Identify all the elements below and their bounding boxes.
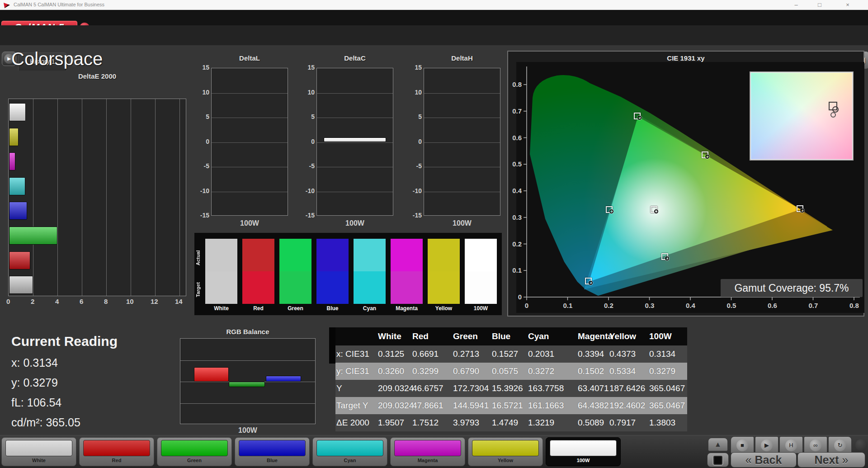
rgb-bar-blue: [266, 376, 301, 382]
slide-up-button[interactable]: ▲: [708, 438, 728, 451]
pattern-window-button[interactable]: [707, 453, 729, 467]
table-notch: [329, 327, 335, 364]
swatch-label: Magenta: [391, 305, 423, 312]
disabled-indicator: [855, 439, 867, 451]
play-icon: ▶: [761, 440, 773, 451]
swatch-label: Blue: [316, 305, 349, 312]
deltae2000-plot: [8, 99, 186, 296]
deltae-bar-100w: [9, 103, 26, 121]
table-row: y: CIE310.32600.32990.67900.05750.32720.…: [335, 363, 687, 380]
refresh-icon: ↻: [834, 440, 846, 451]
rgb-balance-plot: [180, 338, 316, 424]
window-title: CalMAN 5 CalMAN Ultimate for Business: [14, 2, 104, 7]
swatch-cyan: [354, 239, 386, 304]
deltaL-plot: [211, 68, 288, 216]
table-row: Target Y209.032447.8661144.594116.572116…: [335, 397, 687, 414]
rgb-balance-title: RGB Balance: [180, 328, 316, 336]
single-measure-icon: H: [785, 440, 797, 451]
swatch-white: [205, 239, 237, 304]
patch-button-red[interactable]: Red: [79, 437, 154, 466]
actual-row-label: Actual: [195, 240, 203, 275]
page-title: Colorspace: [11, 49, 103, 69]
deltae-bar-magenta: [9, 152, 15, 170]
close-icon[interactable]: ×: [840, 0, 855, 10]
deltaC-bar: [324, 137, 386, 142]
continuous-measure-button[interactable]: ∞: [804, 436, 827, 454]
next-button[interactable]: Next »: [797, 452, 865, 468]
cie-actual-blue: [589, 281, 593, 285]
patch-button-yellow[interactable]: Yellow: [468, 437, 543, 466]
stop-icon: ■: [736, 440, 748, 451]
cie-actual-magenta: [665, 256, 669, 260]
patch-button-100w[interactable]: 100W: [546, 437, 621, 466]
rgb-balance-chart: RGB Balance 420-2-4 100W: [165, 328, 319, 434]
rgb-bar-green: [229, 382, 265, 387]
deltae2000-title: DeltaE 2000: [8, 72, 186, 80]
logo-bar: CalMAN 5 ▼: [0, 10, 868, 25]
table-row: x: CIE310.31250.66910.27130.15270.20310.…: [335, 345, 687, 363]
back-button[interactable]: « Back: [731, 452, 797, 468]
cie-plot-area: 00.10.20.30.40.50.60.70.8 00.10.20.30.40…: [516, 62, 864, 313]
swatch-label: 100W: [465, 305, 497, 312]
swatch-label: Green: [279, 305, 311, 312]
cie-title: CIE 1931 xy: [508, 54, 863, 62]
deltae-bar-cyan: [9, 177, 25, 195]
target-row-label: Target: [195, 274, 203, 305]
pattern-window-icon: [713, 456, 722, 465]
chevrons-left-icon: «: [745, 454, 752, 466]
cie-actual-yellow: [705, 155, 709, 159]
measurement-table: WhiteRedGreenBlueCyanMagentaYellow100Wx:…: [335, 327, 687, 431]
deltaH-plot: [424, 68, 500, 216]
deltae-bar-yellow: [9, 128, 19, 146]
swatch-yellow: [428, 239, 460, 304]
table-row: ΔE 20001.95071.75123.97931.47491.32190.5…: [335, 414, 687, 431]
calman-app-icon: [4, 2, 10, 8]
reading-line-3: cd/m²: 365.05: [11, 416, 80, 429]
deltae-bar-green: [9, 227, 57, 245]
rgb-bar-red: [194, 367, 229, 382]
title-bar: CalMAN 5 CalMAN Ultimate for Business – …: [0, 0, 868, 10]
play-button[interactable]: ▶: [755, 436, 778, 454]
swatch-label: Yellow: [428, 305, 460, 312]
deltae-bar-white: [9, 276, 33, 294]
infinity-icon: ∞: [810, 440, 821, 451]
restore-icon[interactable]: □: [812, 0, 827, 10]
swatch-green: [279, 239, 311, 304]
deltaC-plot: [316, 68, 393, 216]
minimize-icon[interactable]: –: [788, 0, 804, 10]
swatch-magenta: [391, 239, 423, 304]
single-measure-button[interactable]: H: [779, 436, 803, 454]
gamut-coverage-badge: Gamut Coverage: 95.7%: [721, 279, 863, 297]
patch-button-magenta[interactable]: Magenta: [390, 437, 465, 466]
deltaC-chart: DeltaC151050-5-10-15100W: [302, 54, 394, 228]
arrow-up-icon: ▲: [714, 440, 722, 448]
chevrons-right-icon: »: [842, 454, 849, 466]
cie-actual-green: [637, 116, 642, 120]
cie-1931-panel: CIE 1931 xy: [507, 51, 864, 317]
deltae2000-x-axis: 02468101214: [8, 298, 186, 307]
patch-button-cyan[interactable]: Cyan: [312, 437, 387, 466]
reading-line-2: fL: 106.54: [11, 396, 61, 409]
deltaH-chart: DeltaH151050-5-10-15100W: [409, 54, 501, 228]
tab-bar: ▶ History 1 + X-Rite i1Display RetailOLE…: [0, 25, 868, 45]
reading-line-0: x: 0.3134: [11, 356, 58, 369]
deltae2000-chart: DeltaE 2000 02468101214: [8, 72, 186, 307]
rgb-balance-x-label: 100W: [180, 426, 316, 435]
patch-button-blue[interactable]: Blue: [235, 437, 310, 466]
current-reading-title: Current Reading: [11, 334, 118, 349]
stop-button[interactable]: ■: [731, 436, 754, 454]
actual-target-swatch-panel: Actual Target WhiteRedGreenBlueCyanMagen…: [194, 233, 502, 315]
table-row: Y209.032446.6757172.730415.3926163.77586…: [335, 380, 687, 397]
patch-button-green[interactable]: Green: [157, 437, 232, 466]
cie-actual-red: [800, 208, 804, 213]
patch-button-white[interactable]: White: [1, 437, 76, 466]
swatch-label: Cyan: [354, 305, 386, 312]
swatch-blue: [316, 239, 349, 304]
calman-window: CalMAN 5 CalMAN Ultimate for Business – …: [0, 0, 868, 468]
swatch-label: White: [205, 305, 237, 312]
deltae-bar-red: [9, 251, 30, 269]
cie-actual-cyan: [609, 209, 613, 213]
reading-line-1: y: 0.3279: [11, 376, 58, 389]
swatch-red: [242, 239, 274, 304]
refresh-button[interactable]: ↻: [828, 436, 852, 454]
